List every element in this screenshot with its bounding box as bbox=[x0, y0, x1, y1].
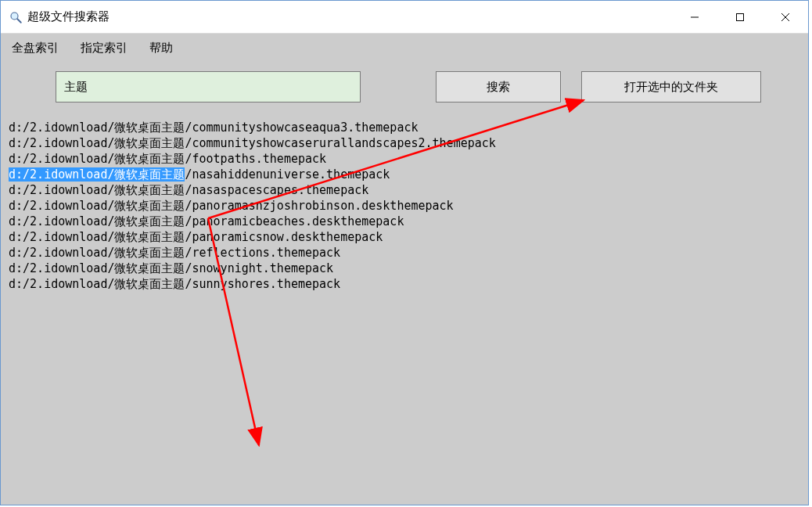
window-title: 超级文件搜索器 bbox=[27, 9, 110, 24]
open-folder-button[interactable]: 打开选中的文件夹 bbox=[581, 71, 761, 102]
result-item[interactable]: d:/2.idownload/微软桌面主题/panoramasnzjoshrob… bbox=[9, 198, 800, 214]
magnifier-icon bbox=[9, 10, 23, 24]
menubar: 全盘索引 指定索引 帮助 bbox=[1, 34, 808, 62]
result-item[interactable]: d:/2.idownload/微软桌面主题/communityshowcaser… bbox=[9, 135, 800, 151]
app-window: 超级文件搜索器 全盘索引 指定索引 帮助 搜索 打开选中的文件夹 d:/2.id… bbox=[0, 0, 809, 505]
result-item[interactable]: d:/2.idownload/微软桌面主题/snowynight.themepa… bbox=[9, 261, 800, 276]
toolbar: 搜索 打开选中的文件夹 bbox=[9, 71, 800, 102]
result-item[interactable]: d:/2.idownload/微软桌面主题/sunnyshores.themep… bbox=[9, 276, 800, 292]
result-item[interactable]: d:/2.idownload/微软桌面主题/panoramicbeaches.d… bbox=[9, 214, 800, 229]
menu-full-index[interactable]: 全盘索引 bbox=[10, 38, 60, 59]
close-button[interactable] bbox=[763, 1, 808, 33]
svg-line-1 bbox=[17, 19, 21, 23]
result-item[interactable]: d:/2.idownload/微软桌面主题/reflections.themep… bbox=[9, 245, 800, 261]
result-item[interactable]: d:/2.idownload/微软桌面主题/footpaths.themepac… bbox=[9, 151, 800, 167]
maximize-button[interactable] bbox=[717, 1, 763, 33]
svg-rect-3 bbox=[737, 13, 744, 20]
window-controls bbox=[672, 1, 808, 33]
result-item[interactable]: d:/2.idownload/微软桌面主题/panoramicsnow.desk… bbox=[9, 229, 800, 245]
titlebar[interactable]: 超级文件搜索器 bbox=[1, 1, 808, 34]
menu-custom-index[interactable]: 指定索引 bbox=[79, 38, 129, 59]
titlebar-left: 超级文件搜索器 bbox=[9, 9, 110, 24]
search-input[interactable] bbox=[56, 71, 361, 102]
result-item[interactable]: d:/2.idownload/微软桌面主题/nasaspacescapes.th… bbox=[9, 182, 800, 198]
content-area: 搜索 打开选中的文件夹 d:/2.idownload/微软桌面主题/commun… bbox=[1, 62, 808, 505]
result-list[interactable]: d:/2.idownload/微软桌面主题/communityshowcasea… bbox=[9, 120, 800, 292]
search-button[interactable]: 搜索 bbox=[436, 71, 561, 102]
menu-help[interactable]: 帮助 bbox=[148, 38, 174, 59]
result-item[interactable]: d:/2.idownload/微软桌面主题/nasahiddenuniverse… bbox=[9, 167, 800, 182]
result-item[interactable]: d:/2.idownload/微软桌面主题/communityshowcasea… bbox=[9, 120, 800, 135]
minimize-button[interactable] bbox=[672, 1, 717, 33]
